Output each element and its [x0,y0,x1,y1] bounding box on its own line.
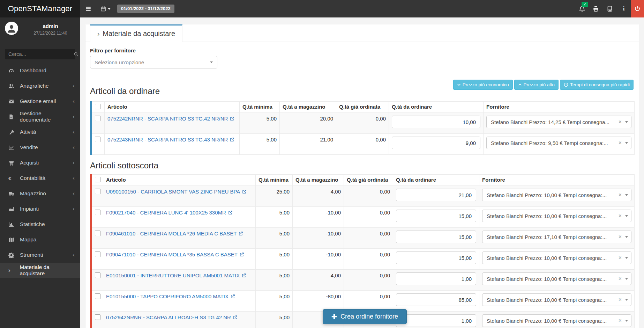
sidebar-item-vendite[interactable]: Vendite‹ [0,140,80,155]
sidebar-item-gestione-documentale[interactable]: Gestione documentale‹ [0,109,80,124]
qty-input[interactable] [392,116,480,128]
select-all-checkbox[interactable] [95,177,100,182]
section-title: Articoli sottoscorta [90,161,634,170]
clear-icon[interactable]: × [619,276,622,282]
sidebar-item-attivit[interactable]: Attività‹ [0,124,80,140]
supplier-select[interactable]: Stefano Bianchi Prezzo: 10,00 € Tempi co… [482,272,631,285]
sidebar-item-statistiche[interactable]: Statistiche [0,217,80,232]
bar-chart-icon [8,221,16,227]
row-checkbox[interactable] [95,137,100,142]
sidebar-item-impianti[interactable]: Impianti‹ [0,201,80,217]
article-link[interactable]: 0752242NRNR - SCARPA NITRO S3 TG.42 NR/N… [107,116,228,122]
chevron-left-icon: ‹ [73,129,75,136]
sidebar-item-gestione-email[interactable]: Gestione email‹ [0,94,80,109]
table-row: F090217040 - CERNIERA LUNG 4' 100X25 330… [92,207,635,228]
clear-icon[interactable]: × [619,318,622,324]
sidebar-search-input[interactable] [8,51,74,57]
checkbox-cell [92,113,105,134]
article-link[interactable]: E010155000 - TAPPO COPRIFORO AM5000 MATI… [106,293,229,299]
sidebar-item-mappa[interactable]: Mappa [0,232,80,247]
qty-input[interactable] [396,272,476,285]
row-checkbox[interactable] [95,189,100,194]
article-link[interactable]: F090471010 - CERNIERA MOLLA *35 BASSA C … [106,252,238,257]
chevron-left-icon: ‹ [73,144,75,151]
supplier-filter-select[interactable]: Seleziona un'opzione [90,56,217,68]
supplier-select[interactable]: Stefano Bianchi Prezzo: 14,25 € Tempi co… [486,116,631,128]
row-checkbox[interactable] [95,231,100,236]
clear-icon[interactable]: × [619,140,622,146]
sidebar-item-anagrafiche[interactable]: Anagrafiche‹ [0,78,80,94]
article-link[interactable]: 0752942NRNR - SCARPA ALLROAD-H S3 TG 42 … [106,314,231,320]
sort-cheapest-price-button[interactable]: Prezzo più economico [453,80,513,90]
clear-icon[interactable]: × [619,234,622,240]
sidebar-item-dashboard[interactable]: Dashboard [0,63,80,78]
qty-to-order-cell [389,113,484,134]
supplier-select[interactable]: Stefano Bianchi Prezzo: 10,00 € Tempi co… [482,252,631,264]
info-button[interactable]: i [617,0,631,17]
date-range-badge[interactable]: 01/01/2022 - 31/12/2022 [117,5,174,13]
sidebar-item-strumenti[interactable]: Strumenti‹ [0,247,80,263]
article-link[interactable]: E010150001 - INTERRUTTORE UNIPOL AM5001 … [106,272,240,278]
clear-icon[interactable]: × [619,119,622,125]
print-button[interactable] [589,0,603,17]
external-link-icon [233,315,238,320]
supplier-select[interactable]: Stefano Bianchi Prezzo: 10,00 € Tempi co… [482,189,631,201]
qty-min-cell: 5,00 [256,270,293,291]
column-header: Fornitore [479,175,635,186]
select-all-checkbox[interactable] [95,104,100,109]
checkbox-cell [92,207,103,228]
qty-input[interactable] [396,293,476,306]
clear-icon[interactable]: × [619,297,622,303]
logout-button[interactable] [631,0,644,17]
row-checkbox[interactable] [95,314,100,320]
sidebar-item-label: Impianti [20,206,39,212]
qty-min-cell: 5,00 [256,249,293,270]
qty-input[interactable] [396,314,476,327]
clear-icon[interactable]: × [619,255,622,261]
supplier-select[interactable]: Stefano Bianchi Prezzo: 10,00 € Tempi co… [482,293,631,306]
article-link[interactable]: F090461010 - CERNIERA MOLLA *26 MEDIA C … [106,231,237,236]
sidebar-item-contabilit[interactable]: €Contabilità‹ [0,170,80,186]
article-link[interactable]: F090217040 - CERNIERA LUNG 4' 100X25 330… [106,210,226,216]
create-order-button[interactable]: ✚ Crea ordine fornitore [323,309,407,324]
row-checkbox[interactable] [95,252,100,257]
clear-icon[interactable]: × [619,213,622,219]
supplier-select[interactable]: Stefano Bianchi Prezzo: 17,10 € Tempi co… [482,231,631,243]
tab-materiale-da-acquistare[interactable]: › Materiale da acquistare [90,24,182,42]
sidebar-item-magazzino[interactable]: Magazzino‹ [0,186,80,201]
row-checkbox[interactable] [95,116,100,121]
article-cell: E010150001 - INTERRUTTORE UNIPOL AM5001 … [103,270,256,291]
sidebar-item-acquisti[interactable]: Acquisti‹ [0,155,80,170]
qty-input[interactable] [396,189,476,201]
article-cell: F090461010 - CERNIERA MOLLA *26 MEDIA C … [103,228,256,249]
row-checkbox[interactable] [95,272,100,278]
qty-stock-cell: -10,00 [293,228,344,249]
article-link[interactable]: 0752243NRNR - SCARPA NITRO S3 TG.43 NR/N… [107,137,228,143]
period-picker-button[interactable] [96,0,114,17]
sort-button-label: Tempi di consegna più rapidi [570,82,630,87]
row-checkbox[interactable] [95,210,100,215]
chevron-down-icon [457,83,461,87]
supplier-select[interactable]: Stefano Bianchi Prezzo: 10,00 € Tempi co… [482,210,631,222]
supplier-select[interactable]: Stefano Bianchi Prezzo: 10,00 € Tempi co… [482,314,631,327]
row-checkbox[interactable] [95,293,100,299]
notifications-button[interactable]: ✓ [575,0,589,17]
caret-down-icon [625,194,628,196]
sort-fastest-delivery-button[interactable]: Tempi di consegna più rapidi [560,80,634,90]
qty-input[interactable] [396,210,476,222]
checkbox-cell [92,134,105,155]
table-row: U090100150 - CARRIOLA SMONT VAS ZINC PNE… [92,186,635,207]
sort-highest-price-button[interactable]: Prezzo più alto [514,80,559,90]
docs-button[interactable] [603,0,617,17]
sidebar-toggle-button[interactable] [80,0,96,17]
sidebar-item-materiale-da-acquistare[interactable]: ›Materiale da acquistare [0,263,80,278]
clear-icon[interactable]: × [619,192,622,198]
sidebar-item-label: Dashboard [20,67,46,74]
qty-input[interactable] [396,231,476,243]
qty-input[interactable] [396,252,476,264]
qty-input[interactable] [392,137,480,149]
supplier-select[interactable]: Stefano Bianchi Prezzo: 9,50 € Tempi con… [486,137,631,149]
supplier-select-value: Stefano Bianchi Prezzo: 10,00 € Tempi co… [487,276,617,282]
angle-right-icon: › [97,30,99,38]
article-link[interactable]: U090100150 - CARRIOLA SMONT VAS ZINC PNE… [106,189,240,195]
